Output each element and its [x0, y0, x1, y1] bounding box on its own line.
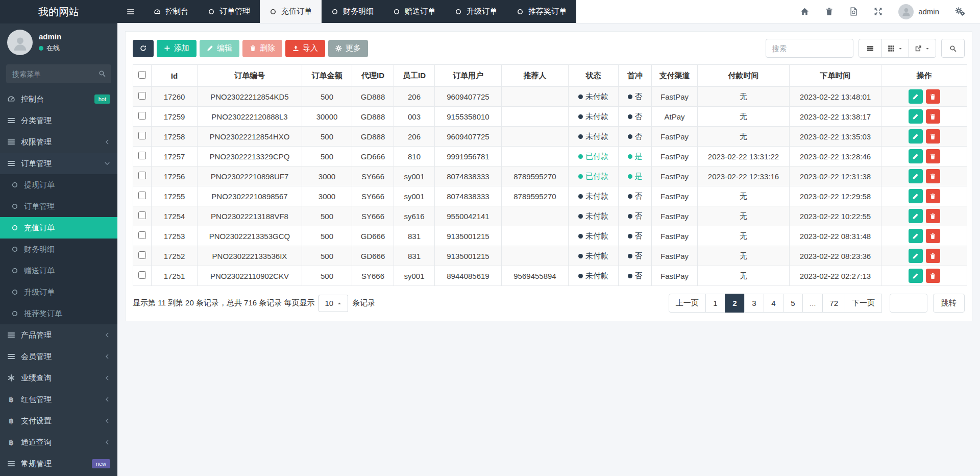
sidebar-item-category[interactable]: 分类管理: [0, 110, 117, 131]
jump-button[interactable]: 跳转: [933, 294, 965, 313]
page-button-4[interactable]: 4: [764, 294, 783, 313]
row-delete-button[interactable]: [926, 109, 940, 124]
tab-recharge-order[interactable]: 充值订单: [260, 0, 322, 23]
row-edit-button[interactable]: [909, 229, 923, 243]
tab-referral-order[interactable]: 推荐奖订单: [507, 0, 576, 23]
column-header[interactable]: 下单时间: [790, 65, 881, 87]
page-button-2[interactable]: 2: [725, 294, 745, 313]
column-header[interactable]: 首冲: [619, 65, 652, 87]
row-edit-button[interactable]: [909, 129, 923, 144]
cell-first-charge: 是: [619, 166, 652, 186]
tab-console[interactable]: 控制台: [144, 0, 198, 23]
sidebar-item-redpacket[interactable]: ฿红包管理: [0, 389, 117, 410]
sidebar-item-general[interactable]: 常规管理new: [0, 453, 117, 474]
sidebar-item-performance[interactable]: 业绩查询: [0, 367, 117, 389]
row-delete-button[interactable]: [926, 129, 940, 144]
column-header[interactable]: 支付渠道: [652, 65, 698, 87]
row-edit-button[interactable]: [909, 149, 923, 163]
page-size-dropdown[interactable]: 10: [318, 295, 348, 312]
sidebar-item-finance-detail[interactable]: 财务明细: [0, 239, 117, 260]
sidebar-item-permission[interactable]: 权限管理: [0, 131, 117, 153]
columns-button[interactable]: [881, 39, 909, 58]
row-checkbox[interactable]: [138, 172, 146, 179]
import-button[interactable]: 导入: [285, 40, 325, 57]
row-delete-button[interactable]: [926, 89, 940, 104]
row-delete-button[interactable]: [926, 169, 940, 183]
row-edit-button[interactable]: [909, 109, 923, 124]
sidebar-search-input[interactable]: [6, 64, 111, 83]
row-edit-button[interactable]: [909, 169, 923, 183]
row-edit-button[interactable]: [909, 269, 923, 283]
sidebar-item-upgrade-order[interactable]: 升级订单: [0, 281, 117, 303]
fullscreen-icon[interactable]: [874, 7, 883, 16]
more-button[interactable]: 更多: [328, 40, 368, 57]
row-delete-button[interactable]: [926, 269, 940, 283]
sidebar-item-channel-query[interactable]: ฿通道查询: [0, 432, 117, 453]
tab-gift-order[interactable]: 赠送订单: [383, 0, 445, 23]
pagination-toggle-button[interactable]: [859, 39, 882, 58]
jump-page-input[interactable]: [890, 294, 927, 313]
row-delete-button[interactable]: [926, 249, 940, 263]
column-header[interactable]: Id: [152, 65, 198, 87]
column-header[interactable]: 状态: [569, 65, 619, 87]
row-checkbox[interactable]: [138, 192, 146, 199]
sidebar-item-gift-order[interactable]: 赠送订单: [0, 260, 117, 281]
column-header[interactable]: 订单金额: [302, 65, 352, 87]
column-header[interactable]: 推荐人: [502, 65, 569, 87]
row-checkbox[interactable]: [138, 112, 146, 120]
page-refresh-icon[interactable]: [849, 7, 858, 16]
row-checkbox[interactable]: [138, 271, 146, 279]
row-edit-button[interactable]: [909, 209, 923, 223]
row-checkbox[interactable]: [138, 211, 146, 219]
page-button-1[interactable]: 1: [705, 294, 725, 313]
sidebar-item-console[interactable]: 控制台hot: [0, 88, 117, 110]
sidebar-item-order[interactable]: 订单管理: [0, 153, 117, 174]
table-search-input[interactable]: [766, 39, 853, 58]
row-edit-button[interactable]: [909, 249, 923, 263]
select-all-checkbox[interactable]: [138, 71, 146, 79]
sidebar-item-order-admin[interactable]: 订单管理: [0, 196, 117, 217]
row-checkbox[interactable]: [138, 251, 146, 259]
search-button[interactable]: [941, 39, 965, 58]
home-icon[interactable]: [800, 7, 809, 16]
sidebar-item-product[interactable]: 产品管理: [0, 324, 117, 346]
row-edit-button[interactable]: [909, 89, 923, 104]
page-next-button[interactable]: 下一页: [845, 294, 882, 313]
row-checkbox[interactable]: [138, 132, 146, 139]
trash-icon[interactable]: [825, 7, 834, 16]
row-checkbox[interactable]: [138, 231, 146, 239]
navbar-user-menu[interactable]: admin: [898, 4, 939, 19]
row-delete-button[interactable]: [926, 229, 940, 243]
sidebar-toggle-button[interactable]: [117, 0, 144, 23]
page-button-5[interactable]: 5: [783, 294, 803, 313]
export-button[interactable]: [909, 39, 936, 58]
sidebar-item-recharge-order[interactable]: 充值订单: [0, 217, 117, 239]
refresh-button[interactable]: [133, 40, 154, 57]
page-button-72[interactable]: 72: [822, 294, 845, 313]
sidebar-item-withdraw-order[interactable]: 提现订单: [0, 174, 117, 196]
settings-gears-icon[interactable]: [955, 7, 966, 16]
page-button-3[interactable]: 3: [744, 294, 764, 313]
tab-upgrade-order[interactable]: 升级订单: [445, 0, 507, 23]
column-header[interactable]: 订单编号: [198, 65, 302, 87]
column-header[interactable]: 付款时间: [698, 65, 790, 87]
tab-order-admin[interactable]: 订单管理: [198, 0, 260, 23]
row-checkbox[interactable]: [138, 152, 146, 159]
delete-button[interactable]: 删除: [242, 40, 282, 57]
row-delete-button[interactable]: [926, 209, 940, 223]
add-button[interactable]: 添加: [157, 40, 197, 57]
row-edit-button[interactable]: [909, 189, 923, 203]
tab-finance-detail[interactable]: 财务明细: [322, 0, 383, 23]
row-delete-button[interactable]: [926, 149, 940, 163]
column-header[interactable]: 代理ID: [352, 65, 394, 87]
column-header[interactable]: 员工ID: [394, 65, 435, 87]
sidebar-item-payment-setting[interactable]: ฿支付设置: [0, 410, 117, 432]
column-header[interactable]: 操作: [881, 65, 967, 87]
row-delete-button[interactable]: [926, 189, 940, 203]
page-prev-button[interactable]: 上一页: [669, 294, 706, 313]
sidebar-item-member[interactable]: 会员管理: [0, 346, 117, 367]
edit-button[interactable]: 编辑: [200, 40, 239, 57]
row-checkbox[interactable]: [138, 92, 146, 100]
sidebar-item-referral-order[interactable]: 推荐奖订单: [0, 303, 117, 324]
column-header[interactable]: 订单用户: [435, 65, 502, 87]
